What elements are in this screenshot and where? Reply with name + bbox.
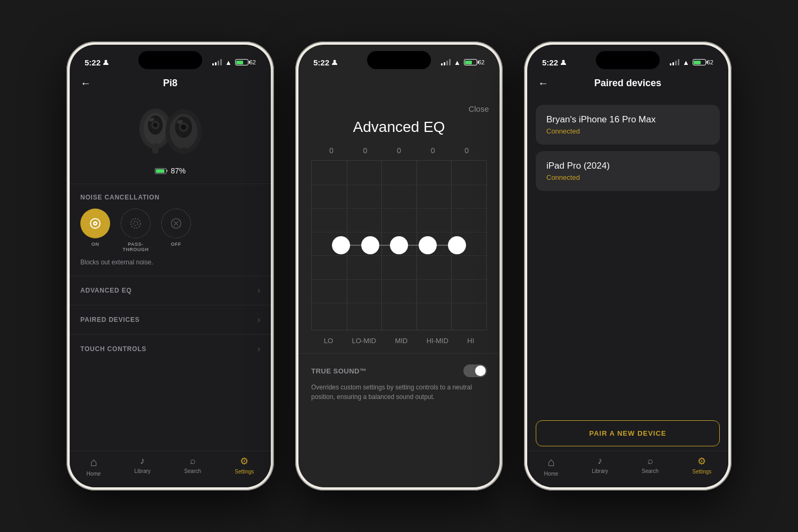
eq-dot-mid[interactable] (390, 236, 408, 254)
svg-point-0 (105, 60, 107, 63)
nc-option-on[interactable]: ON (80, 209, 110, 252)
back-button-1[interactable]: ← (80, 77, 91, 89)
advanced-eq-menu-item[interactable]: ADVANCED EQ › (70, 276, 271, 305)
eq-values-row: 0 0 0 0 0 (298, 146, 500, 155)
eq-val-lomid: 0 (363, 146, 367, 155)
tab-library-1[interactable]: ♪ Library (135, 455, 151, 477)
svg-point-23 (334, 60, 336, 63)
person-icon-3 (560, 59, 567, 65)
tab-settings-1[interactable]: ⚙ Settings (235, 455, 254, 477)
svg-rect-12 (180, 147, 187, 155)
device-card-iphone[interactable]: Bryan's iPhone 16 Pro Max Connected (536, 105, 720, 145)
settings-icon-1: ⚙ (240, 455, 248, 467)
tab-home-3[interactable]: ⌂ Home (544, 455, 559, 477)
status-time-1: 5:22 (85, 58, 109, 67)
eq-dots (312, 236, 486, 254)
svg-rect-6 (152, 143, 159, 154)
device-name-ipad: iPad Pro (2024) (546, 161, 709, 171)
signal-bars-3 (670, 59, 679, 65)
phone-3: 5:22 ▲ 62 ← Paired devices Bryan's (524, 41, 732, 491)
page-title-1: Pi8 (163, 78, 177, 89)
paired-devices-label: PAIRED DEVICES (80, 316, 140, 323)
status-time-3: 5:22 (542, 58, 567, 67)
device-name-iphone: Bryan's iPhone 16 Pro Max (546, 114, 709, 125)
tab-settings-label-3: Settings (692, 469, 711, 475)
svg-point-17 (95, 223, 96, 225)
true-sound-header: TRUE SOUND™ (311, 364, 487, 377)
tab-search-3[interactable]: ⌕ Search (642, 455, 659, 477)
tab-bar-1: ⌂ Home ♪ Library ⌕ Search ⚙ Settings (70, 451, 271, 487)
tab-library-label-1: Library (135, 468, 151, 474)
nc-circle-passthrough (121, 209, 151, 238)
nc-label-off: OFF (171, 242, 181, 247)
page-title-3: Paired devices (594, 78, 661, 89)
p1-header: ← Pi8 (70, 72, 271, 94)
dynamic-island-1 (138, 51, 202, 69)
tab-search-1[interactable]: ⌕ Search (184, 455, 201, 477)
true-sound-description: Overrides custom settings by setting con… (311, 383, 487, 402)
battery-percentage: 87% (171, 167, 186, 175)
eq-hline-4 (312, 255, 486, 256)
true-sound-section: TRUE SOUND™ Overrides custom settings by… (298, 353, 500, 412)
tab-home-label-3: Home (544, 471, 559, 477)
tab-search-label-3: Search (642, 468, 659, 474)
eq-label-hi: HI (467, 337, 474, 345)
person-icon-2 (331, 59, 338, 65)
phone-2: 5:22 ▲ 62 Close Advanced EQ 0 0 (295, 41, 503, 491)
search-icon-3: ⌕ (647, 455, 653, 467)
eq-dot-hi[interactable] (448, 236, 466, 254)
status-indicators-3: ▲ 62 (670, 59, 713, 66)
chevron-icon-touch: › (257, 344, 260, 354)
tab-home-1[interactable]: ⌂ Home (87, 455, 101, 477)
nc-on-icon (89, 217, 102, 230)
eq-dot-lo[interactable] (332, 236, 350, 254)
close-button[interactable]: Close (469, 104, 489, 113)
noise-cancellation-section: NOISE CANCELLATION ON (70, 184, 271, 276)
library-icon-3: ♪ (597, 455, 602, 467)
tab-bar-3: ⌂ Home ♪ Library ⌕ Search ⚙ Settings (527, 451, 728, 487)
true-sound-toggle[interactable] (463, 364, 487, 377)
tab-library-label-3: Library (592, 468, 609, 474)
battery-indicator: 87% (70, 163, 271, 184)
back-button-3[interactable]: ← (538, 77, 548, 89)
wifi-icon-3: ▲ (683, 59, 689, 66)
nc-option-passthrough[interactable]: PASS- THROUGH (121, 209, 151, 252)
device-status-iphone: Connected (546, 127, 709, 135)
search-icon-1: ⌕ (190, 455, 196, 467)
nc-label-on: ON (92, 242, 99, 247)
status-time-2: 5:22 (313, 58, 338, 67)
eq-hline-6 (312, 303, 486, 303)
p3-header: ← Paired devices (527, 72, 728, 94)
dynamic-island-3 (596, 51, 660, 69)
dynamic-island-2 (367, 51, 431, 69)
tab-search-label-1: Search (184, 468, 201, 474)
eq-label-himid: HI-MID (427, 337, 448, 345)
tab-settings-3[interactable]: ⚙ Settings (692, 455, 711, 477)
tab-home-label-1: Home (87, 471, 101, 477)
nc-circle-on (80, 209, 110, 238)
nc-option-off[interactable]: OFF (161, 209, 191, 252)
person-icon-1 (103, 59, 109, 65)
battery-3: 62 (693, 59, 713, 65)
eq-val-hi: 0 (464, 146, 469, 155)
nc-passthrough-icon (129, 217, 142, 230)
eq-dot-lomid[interactable] (361, 236, 379, 254)
eq-hline-5 (312, 279, 486, 280)
true-sound-label: TRUE SOUND™ (311, 367, 367, 375)
eq-val-mid: 0 (397, 146, 401, 155)
phone-1: 5:22 ▲ 62 ← Pi8 (66, 41, 274, 491)
wifi-icon-1: ▲ (225, 59, 232, 66)
device-card-ipad[interactable]: iPad Pro (2024) Connected (536, 151, 720, 191)
signal-bars-1 (212, 59, 222, 65)
status-indicators-1: ▲ 62 (212, 59, 256, 66)
eq-val-lo: 0 (329, 146, 334, 155)
home-icon-3: ⌂ (547, 455, 554, 469)
advanced-eq-label: ADVANCED EQ (80, 287, 132, 294)
paired-devices-menu-item[interactable]: PAIRED DEVICES › (70, 305, 271, 334)
pair-new-device-button[interactable]: PAIR A NEW DEVICE (536, 420, 720, 446)
eq-label-mid: MID (395, 337, 408, 345)
eq-dot-himid[interactable] (419, 236, 437, 254)
nc-off-icon (170, 217, 182, 230)
touch-controls-menu-item[interactable]: TOUCH CONTROLS › (70, 334, 271, 363)
tab-library-3[interactable]: ♪ Library (592, 455, 609, 477)
